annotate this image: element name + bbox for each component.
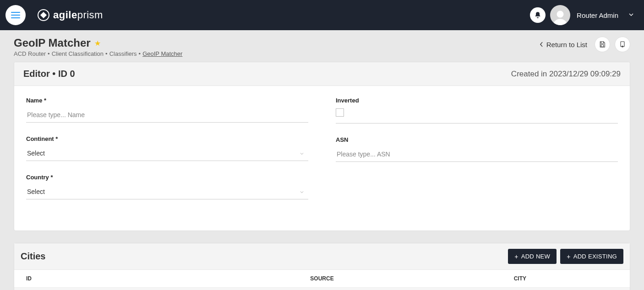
cities-table: ID SOURCE CITY No data available in tabl… [14, 270, 630, 290]
country-select[interactable] [26, 185, 308, 199]
column-header-source[interactable]: SOURCE [224, 275, 421, 282]
svg-rect-1 [601, 45, 603, 47]
name-input[interactable] [26, 108, 308, 123]
menu-button[interactable] [5, 5, 26, 25]
user-name-label: Router Admin [577, 11, 618, 19]
cities-panel: Cities + ADD NEW + ADD EXISTING ID SOURC… [14, 243, 630, 290]
brand-text-light: prism [77, 9, 103, 21]
cities-panel-header: Cities + ADD NEW + ADD EXISTING [14, 243, 630, 270]
return-link[interactable]: Return to List [539, 41, 587, 48]
save-button[interactable] [595, 37, 610, 52]
save-icon [599, 41, 606, 48]
duplicate-button[interactable] [615, 37, 630, 52]
user-menu-toggle[interactable] [628, 11, 635, 20]
inverted-field-label: Inverted [336, 97, 618, 104]
brand-icon [38, 9, 49, 21]
hamburger-icon [11, 12, 20, 18]
name-field-label: Name * [26, 97, 308, 104]
column-header-id[interactable]: ID [26, 275, 224, 282]
add-existing-button[interactable]: + ADD EXISTING [560, 249, 623, 264]
notifications-button[interactable] [530, 7, 546, 23]
add-new-label: ADD NEW [521, 253, 551, 260]
page-title: GeoIP Matcher [14, 37, 91, 49]
chevron-left-icon [539, 41, 544, 48]
country-field-label: Country * [26, 174, 308, 181]
topbar: agileprism Router Admin [0, 0, 644, 30]
favorite-star-icon[interactable]: ★ [94, 39, 101, 48]
editor-created-label: Created in 2023/12/29 09:09:29 [511, 70, 621, 79]
avatar-icon [552, 9, 568, 25]
asn-field-label: ASN [336, 136, 618, 143]
brand-text-bold: agile [53, 9, 77, 21]
duplicate-icon [619, 41, 626, 48]
breadcrumb-item-current[interactable]: GeoIP Matcher [142, 50, 182, 57]
table-empty-message: No data available in table [14, 288, 630, 290]
editor-header-title: Editor • ID 0 [23, 69, 511, 79]
breadcrumb-item[interactable]: ACD Router [14, 50, 46, 57]
svg-point-0 [557, 11, 564, 18]
breadcrumb: ACD Router•Client Classification•Classif… [14, 50, 539, 57]
continent-field-label: Continent * [26, 135, 308, 142]
menu-button-wrap [0, 0, 31, 30]
avatar[interactable] [550, 5, 570, 25]
cities-title: Cities [21, 251, 504, 262]
editor-panel: Editor • ID 0 Created in 2023/12/29 09:0… [14, 62, 630, 231]
bell-icon [534, 11, 541, 19]
add-existing-label: ADD EXISTING [573, 253, 617, 260]
breadcrumb-item[interactable]: Client Classification [52, 50, 104, 57]
editor-panel-header: Editor • ID 0 Created in 2023/12/29 09:0… [14, 62, 630, 86]
brand-logo: agileprism [38, 9, 103, 21]
page-header: GeoIP Matcher ★ ACD Router•Client Classi… [0, 30, 644, 62]
breadcrumb-item[interactable]: Classifiers [109, 50, 137, 57]
continent-select[interactable] [26, 147, 308, 161]
asn-input[interactable] [336, 148, 618, 162]
plus-icon: + [514, 253, 518, 260]
column-header-city[interactable]: CITY [420, 275, 618, 282]
chevron-down-icon [628, 11, 635, 18]
return-link-label: Return to List [546, 41, 587, 48]
plus-icon: + [567, 253, 570, 260]
add-new-button[interactable]: + ADD NEW [508, 249, 557, 264]
inverted-checkbox[interactable] [336, 108, 344, 117]
